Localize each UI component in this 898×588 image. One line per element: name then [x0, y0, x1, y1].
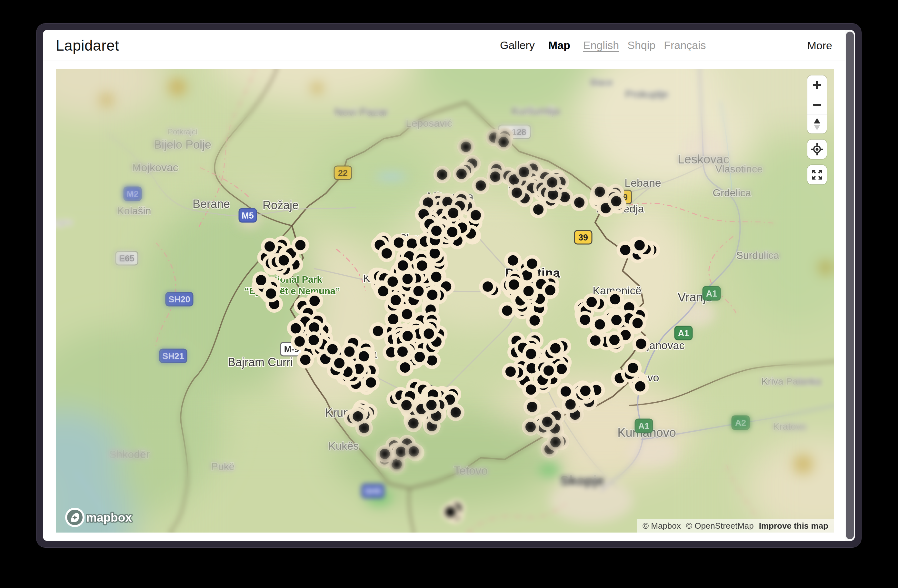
lapidar-marker[interactable]: [407, 445, 421, 458]
lapidar-marker[interactable]: [497, 135, 511, 149]
language-option-shqip[interactable]: Shqip: [627, 39, 655, 52]
lapidar-marker[interactable]: [500, 304, 514, 318]
lapidar-marker[interactable]: [443, 505, 457, 519]
language-option-english[interactable]: English: [583, 39, 619, 52]
lapidar-marker[interactable]: [548, 341, 562, 355]
lapidar-marker[interactable]: [396, 258, 410, 272]
lapidar-marker[interactable]: [521, 284, 535, 298]
lapidar-marker[interactable]: [389, 293, 403, 307]
lapidar-marker[interactable]: [386, 312, 400, 326]
lapidar-marker[interactable]: [430, 224, 443, 238]
lapidar-marker[interactable]: [351, 409, 365, 423]
lapidar-marker[interactable]: [525, 400, 539, 414]
lapidar-marker[interactable]: [398, 361, 412, 374]
lapidar-marker[interactable]: [632, 238, 646, 252]
lapidar-marker[interactable]: [507, 278, 521, 292]
lapidar-marker[interactable]: [525, 256, 539, 270]
lapidar-marker[interactable]: [588, 334, 602, 347]
lapidar-marker[interactable]: [545, 175, 559, 189]
lapidar-marker[interactable]: [400, 307, 414, 321]
lapidar-marker[interactable]: [298, 353, 312, 367]
attribution-mapbox-link[interactable]: © Mapbox: [643, 521, 681, 531]
geolocate-button[interactable]: [807, 140, 827, 159]
zoom-out-button[interactable]: [807, 95, 827, 114]
lapidar-marker[interactable]: [446, 225, 459, 239]
lapidar-marker[interactable]: [609, 194, 623, 208]
lapidar-marker[interactable]: [541, 364, 555, 378]
lapidar-marker[interactable]: [292, 335, 306, 349]
lapidar-marker[interactable]: [413, 350, 427, 364]
lapidar-marker[interactable]: [422, 327, 436, 341]
lapidar-marker[interactable]: [386, 275, 400, 289]
lapidar-marker[interactable]: [626, 361, 640, 375]
fullscreen-button[interactable]: [807, 165, 827, 184]
lapidar-marker[interactable]: [549, 435, 563, 449]
language-option-français[interactable]: Français: [664, 39, 706, 52]
zoom-in-button[interactable]: [807, 75, 827, 95]
attribution-osm-link[interactable]: © OpenStreetMap: [686, 521, 754, 531]
lapidar-marker[interactable]: [610, 313, 623, 327]
lapidar-marker[interactable]: [593, 185, 607, 199]
lapidar-marker[interactable]: [429, 270, 443, 284]
lapidar-marker[interactable]: [446, 206, 460, 220]
lapidar-marker[interactable]: [608, 292, 622, 306]
lapidar-marker[interactable]: [523, 420, 537, 434]
lapidar-marker[interactable]: [326, 342, 339, 356]
lapidar-marker[interactable]: [506, 253, 520, 267]
lapidar-marker[interactable]: [307, 333, 321, 347]
lapidar-marker[interactable]: [510, 186, 524, 200]
lapidar-marker[interactable]: [481, 280, 495, 294]
lapidar-marker[interactable]: [618, 243, 632, 257]
lapidar-marker[interactable]: [435, 167, 449, 181]
lapidar-marker[interactable]: [585, 295, 599, 309]
lapidar-marker[interactable]: [474, 179, 488, 192]
lapidar-marker[interactable]: [543, 283, 557, 297]
nav-item-map[interactable]: Map: [548, 39, 570, 52]
lapidar-marker[interactable]: [578, 313, 592, 327]
lapidar-marker[interactable]: [517, 165, 531, 179]
lapidar-marker[interactable]: [378, 447, 392, 461]
improve-map-link[interactable]: Improve this map: [759, 521, 828, 531]
lapidar-marker[interactable]: [364, 376, 378, 389]
lapidar-marker[interactable]: [634, 337, 648, 351]
lapidar-marker[interactable]: [406, 416, 420, 430]
lapidar-marker[interactable]: [426, 288, 439, 302]
more-menu-button[interactable]: More: [807, 39, 832, 52]
lapidar-marker[interactable]: [633, 379, 647, 393]
lapidar-marker[interactable]: [455, 167, 468, 181]
lapidar-marker[interactable]: [540, 415, 554, 429]
lapidar-marker[interactable]: [503, 365, 517, 378]
scrollbar-thumb[interactable]: [846, 32, 854, 539]
lapidar-marker[interactable]: [380, 246, 394, 260]
lapidar-marker[interactable]: [607, 333, 621, 347]
lapidar-marker[interactable]: [524, 347, 538, 361]
lapidar-marker[interactable]: [277, 253, 291, 267]
lapidar-marker[interactable]: [459, 140, 473, 154]
lapidar-marker[interactable]: [424, 398, 438, 412]
lapidar-marker[interactable]: [263, 239, 277, 253]
lapidar-marker[interactable]: [572, 196, 586, 210]
lapidar-marker[interactable]: [400, 398, 414, 412]
lapidar-marker[interactable]: [401, 329, 415, 343]
nav-item-gallery[interactable]: Gallery: [500, 39, 535, 52]
scrollbar-track[interactable]: [845, 30, 855, 541]
lapidar-marker[interactable]: [578, 384, 592, 398]
lapidar-marker[interactable]: [308, 294, 321, 308]
lapidar-marker[interactable]: [449, 405, 463, 419]
lapidar-marker[interactable]: [395, 345, 409, 358]
lapidar-marker[interactable]: [469, 208, 483, 222]
lapidar-marker[interactable]: [563, 398, 577, 411]
mapbox-logo[interactable]: mapbox: [65, 507, 139, 529]
lapidar-marker[interactable]: [294, 238, 308, 252]
lapidar-marker[interactable]: [593, 318, 607, 332]
map-canvas[interactable]: PotkrajciBijelo PoljeMojkovacKolašinMont…: [56, 69, 834, 533]
lapidar-marker[interactable]: [412, 284, 426, 298]
lapidar-marker[interactable]: [528, 314, 541, 327]
compass-pitch-button[interactable]: [807, 114, 827, 134]
lapidar-marker[interactable]: [254, 273, 268, 287]
lapidar-marker[interactable]: [371, 324, 385, 338]
lapidar-marker[interactable]: [630, 316, 644, 330]
lapidar-marker[interactable]: [532, 203, 546, 216]
lapidar-marker[interactable]: [332, 356, 346, 370]
lapidar-marker[interactable]: [264, 287, 278, 301]
